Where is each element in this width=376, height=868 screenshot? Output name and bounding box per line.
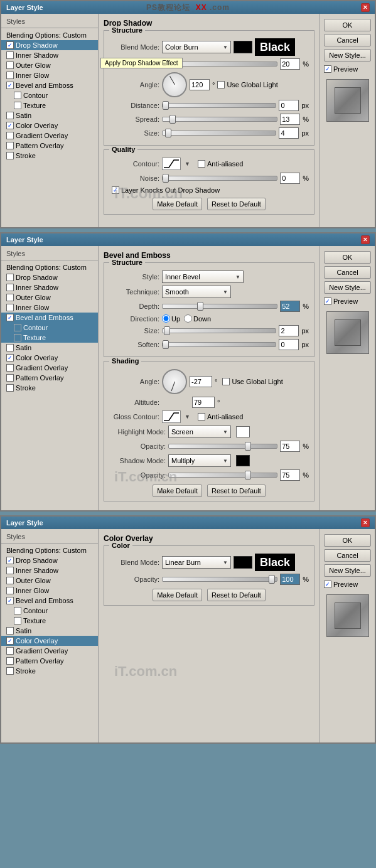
new-style-btn-1[interactable]: New Style... xyxy=(324,49,371,62)
sidebar-gradient-overlay-3[interactable]: Gradient Overlay xyxy=(1,646,98,656)
size-input-1[interactable] xyxy=(279,127,299,139)
blend-mode-color-label-1[interactable]: Black xyxy=(255,38,295,56)
new-style-btn-2[interactable]: New Style... xyxy=(324,281,371,294)
size-slider-2[interactable] xyxy=(162,328,276,333)
cb-preview-3[interactable]: ✓ xyxy=(324,581,331,588)
reset-default-btn-1[interactable]: Reset to Default xyxy=(207,198,266,210)
sidebar-bevel-emboss-1[interactable]: ✓ Bevel and Emboss xyxy=(1,80,98,90)
sidebar-blending-3[interactable]: Blending Options: Custom xyxy=(1,545,98,555)
cb-contour-1[interactable] xyxy=(14,92,21,99)
sidebar-pattern-overlay-2[interactable]: Pattern Overlay xyxy=(1,373,98,383)
noise-slider-1[interactable] xyxy=(162,176,277,181)
spread-input-1[interactable] xyxy=(280,114,300,125)
sidebar-inner-glow-2[interactable]: Inner Glow xyxy=(1,303,98,313)
ok-btn-1[interactable]: OK xyxy=(324,19,371,31)
sidebar-drop-shadow-1[interactable]: ✓ Drop Shadow xyxy=(1,40,98,50)
sidebar-texture-2[interactable]: Texture xyxy=(1,333,98,343)
depth-input-2[interactable] xyxy=(280,301,300,312)
sidebar-texture-3[interactable]: Texture xyxy=(1,616,98,626)
highlight-mode-dropdown-2[interactable]: Screen ▼ xyxy=(168,426,231,438)
cb-texture-2[interactable] xyxy=(14,334,21,341)
blend-mode-swatch-3[interactable] xyxy=(234,556,252,569)
cb-be-3[interactable]: ✓ xyxy=(6,597,14,604)
reset-default-btn-3[interactable]: Reset to Default xyxy=(207,589,266,601)
cancel-btn-2[interactable]: Cancel xyxy=(324,266,371,279)
close-button-2[interactable]: ✕ xyxy=(361,235,370,244)
blend-mode-swatch-1[interactable] xyxy=(234,41,252,53)
cb-co-2[interactable]: ✓ xyxy=(6,354,14,362)
close-button-3[interactable]: ✕ xyxy=(361,518,370,527)
sidebar-color-overlay-2[interactable]: ✓ Color Overlay xyxy=(1,353,98,363)
cb-global-light-2[interactable] xyxy=(222,378,230,385)
angle-dial-2[interactable] xyxy=(162,369,187,394)
distance-input-1[interactable] xyxy=(279,100,299,111)
sidebar-inner-shadow-2[interactable]: Inner Shadow xyxy=(1,282,98,292)
sidebar-inner-glow-1[interactable]: Inner Glow xyxy=(1,70,98,80)
sidebar-color-overlay-1[interactable]: ✓ Color Overlay xyxy=(1,121,98,131)
contour-arrow-1[interactable]: ▼ xyxy=(185,161,190,167)
cancel-btn-3[interactable]: Cancel xyxy=(324,549,371,562)
cb-satin-3[interactable] xyxy=(6,627,14,635)
cb-pattern-overlay-1[interactable] xyxy=(6,142,14,149)
radio-up-2[interactable] xyxy=(162,314,170,323)
cb-anti-alias-2[interactable] xyxy=(198,413,205,421)
sidebar-stroke-3[interactable]: Stroke xyxy=(1,666,98,676)
sidebar-drop-shadow-3[interactable]: ✓ Drop Shadow xyxy=(1,555,98,565)
noise-input-1[interactable] xyxy=(280,173,300,184)
cb-po-3[interactable] xyxy=(6,657,14,665)
sidebar-pattern-overlay-3[interactable]: Pattern Overlay xyxy=(1,656,98,666)
size-input-2[interactable] xyxy=(279,325,299,336)
cb-po-2[interactable] xyxy=(6,374,14,382)
cb-is-2[interactable] xyxy=(6,284,14,291)
cb-contour-3[interactable] xyxy=(14,607,21,614)
radio-down-2[interactable] xyxy=(184,314,192,323)
altitude-input-2[interactable] xyxy=(192,397,215,408)
cb-drop-shadow-1[interactable]: ✓ xyxy=(6,41,14,49)
sidebar-inner-shadow-1[interactable]: Inner Shadow xyxy=(1,50,98,60)
cb-og-3[interactable] xyxy=(6,577,14,584)
cb-bevel-emboss-1[interactable]: ✓ xyxy=(6,82,14,89)
sidebar-color-overlay-3[interactable]: ✓ Color Overlay xyxy=(1,636,98,646)
sidebar-stroke-1[interactable]: Stroke xyxy=(1,151,98,161)
sidebar-blending-options-1[interactable]: Blending Options: Custom xyxy=(1,30,98,40)
cb-is-3[interactable] xyxy=(6,567,14,574)
sidebar-bevel-emboss-2[interactable]: ✓ Bevel and Emboss xyxy=(1,313,98,323)
size-slider-1[interactable] xyxy=(162,131,276,136)
cb-preview-2[interactable]: ✓ xyxy=(324,297,331,305)
cb-stroke-2[interactable] xyxy=(6,384,14,392)
sidebar-blending-2[interactable]: Blending Options: Custom xyxy=(1,262,98,272)
sidebar-gradient-overlay-2[interactable]: Gradient Overlay xyxy=(1,363,98,373)
gloss-arrow-2[interactable]: ▼ xyxy=(185,414,190,420)
sidebar-gradient-overlay-1[interactable]: Gradient Overlay xyxy=(1,131,98,141)
cb-be-2[interactable]: ✓ xyxy=(6,314,14,321)
sidebar-inner-glow-3[interactable]: Inner Glow xyxy=(1,586,98,596)
cb-anti-alias-1[interactable] xyxy=(198,160,205,168)
cb-ig-3[interactable] xyxy=(6,587,14,594)
sidebar-stroke-2[interactable]: Stroke xyxy=(1,383,98,393)
sidebar-texture-1[interactable]: Texture xyxy=(1,100,98,110)
cb-ds-2[interactable] xyxy=(6,274,14,281)
cb-texture-1[interactable] xyxy=(14,102,21,109)
reset-default-btn-2[interactable]: Reset to Default xyxy=(207,485,266,497)
distance-slider-1[interactable] xyxy=(162,103,276,108)
sidebar-contour-2[interactable]: Contour xyxy=(1,323,98,333)
make-default-btn-2[interactable]: Make Default xyxy=(153,485,202,497)
sidebar-drop-shadow-2[interactable]: Drop Shadow xyxy=(1,272,98,282)
ok-btn-3[interactable]: OK xyxy=(324,534,371,547)
cb-stroke-3[interactable] xyxy=(6,667,14,675)
cancel-btn-1[interactable]: Cancel xyxy=(324,34,371,46)
spread-slider-1[interactable] xyxy=(162,117,277,122)
s-opacity-slider-2[interactable] xyxy=(168,473,277,478)
cb-layer-knocks-1[interactable]: ✓ xyxy=(112,186,119,194)
cb-ds-3[interactable]: ✓ xyxy=(6,557,14,564)
sidebar-pattern-overlay-1[interactable]: Pattern Overlay xyxy=(1,141,98,151)
shadow-color-swatch-2[interactable] xyxy=(236,455,250,466)
blend-mode-dropdown-3[interactable]: Linear Burn ▼ xyxy=(162,556,231,569)
contour-preview-1[interactable] xyxy=(162,158,181,170)
cb-co-3[interactable]: ✓ xyxy=(6,637,14,645)
angle-input-1[interactable] xyxy=(190,79,210,90)
gloss-contour-preview-2[interactable] xyxy=(162,410,181,423)
cb-gradient-overlay-1[interactable] xyxy=(6,132,14,139)
cb-inner-glow-1[interactable] xyxy=(6,72,14,79)
sidebar-bevel-emboss-3[interactable]: ✓ Bevel and Emboss xyxy=(1,596,98,606)
